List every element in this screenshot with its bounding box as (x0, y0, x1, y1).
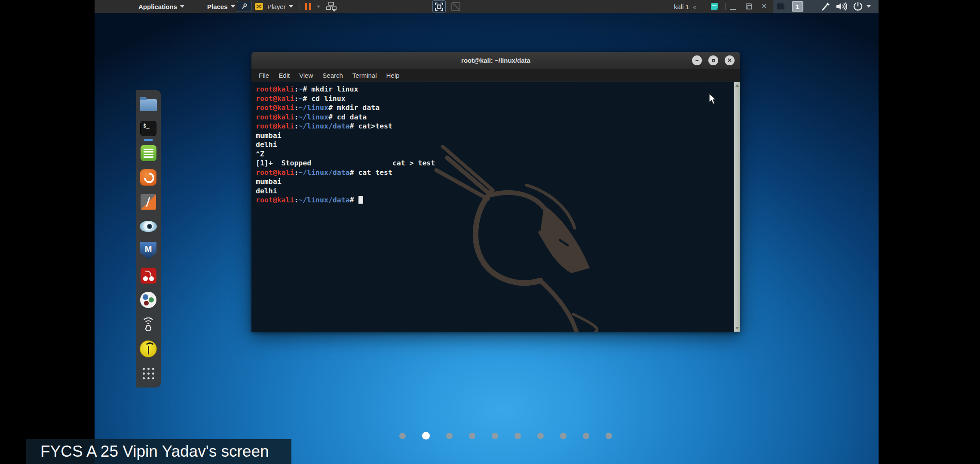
restore-window-button[interactable] (746, 0, 752, 13)
terminal-line: root@kali:~/linux/data# (256, 195, 435, 205)
terminal-window: root@kali: ~/linux/data − ✕ FileEditView… (251, 52, 740, 332)
minimize-icon (730, 9, 736, 10)
menu-edit[interactable]: Edit (274, 72, 294, 79)
dock-item-wireless-scanner[interactable] (140, 316, 157, 333)
app-grid-icon (143, 368, 154, 379)
menu-help[interactable]: Help (382, 72, 404, 79)
pagination-dot-3[interactable] (446, 433, 453, 439)
terminal-icon: $_ (140, 121, 156, 136)
window-close-button[interactable]: ✕ (725, 55, 735, 65)
player-menu[interactable]: Player (267, 0, 293, 13)
burpsuite-icon (141, 194, 156, 210)
terminal-line: root@kali:~/linux# cd data (256, 113, 435, 122)
vm-input-button[interactable] (254, 2, 263, 11)
menu-terminal[interactable]: Terminal (348, 72, 382, 79)
eye-icon (140, 221, 157, 232)
chevron-down-icon (180, 5, 184, 8)
pagination-dot-7[interactable] (537, 433, 544, 439)
text-editor-icon (141, 145, 156, 161)
pagination-dot-1[interactable] (399, 433, 406, 439)
dock-item-terminal[interactable]: $_ (140, 120, 157, 137)
dock-item-firefox[interactable] (140, 169, 157, 186)
notes-button[interactable] (711, 3, 718, 10)
pagination-dot-5[interactable] (492, 433, 498, 439)
pagination-dot-4[interactable] (469, 433, 475, 439)
dock-item-metasploit[interactable]: M (140, 242, 157, 259)
menu-search[interactable]: Search (318, 72, 348, 79)
pagination-dot-10[interactable] (606, 433, 612, 439)
dock-item-cherrytree[interactable] (140, 267, 157, 284)
terminal-menubar: FileEditViewSearchTerminalHelp (251, 69, 740, 82)
pagination-dot-2[interactable] (422, 432, 430, 440)
window-minimize-button[interactable]: − (692, 55, 702, 65)
toolbar-collapse-button[interactable]: « (693, 0, 695, 13)
terminal-line: root@kali:~# cd linux (256, 94, 435, 104)
menu-file[interactable]: File (254, 72, 274, 79)
camera-indicator (777, 4, 784, 10)
show-applications-button[interactable] (140, 365, 157, 382)
workspace-indicator: 1 (792, 1, 803, 12)
dock-item-burpsuite[interactable] (140, 193, 157, 211)
terminal-scrollbar[interactable] (734, 82, 740, 332)
minimize-window-button[interactable] (730, 0, 736, 13)
terminal-line: root@kali:~# mkdir linux (256, 85, 435, 94)
wifite-icon (140, 340, 157, 357)
fullscreen-icon (435, 3, 443, 11)
dock-item-wifite[interactable] (140, 340, 157, 357)
pagination-dot-6[interactable] (514, 433, 521, 439)
fullscreen-button[interactable] (432, 0, 446, 12)
note-icon (711, 3, 718, 10)
chevron-down-icon (317, 6, 320, 8)
terminal-line: mumbai (256, 131, 435, 140)
terminal-line: [1]+ Stopped cat > test (256, 159, 435, 168)
power-menu[interactable] (853, 2, 863, 11)
close-icon: ✕ (761, 0, 767, 13)
metasploit-icon: M (140, 242, 156, 259)
pause-options-button[interactable] (317, 0, 320, 13)
terminal-cursor (358, 196, 363, 204)
maximize-icon (712, 59, 715, 62)
vm-name: kali 1 (674, 0, 689, 13)
places-menu[interactable]: Places (207, 0, 235, 13)
restore-icon (746, 3, 752, 9)
applications-menu[interactable]: Applications (138, 0, 184, 13)
window-maximize-button[interactable] (708, 55, 718, 65)
pin-icon (240, 3, 248, 10)
pause-icon (305, 3, 311, 10)
legion-icon (140, 292, 156, 308)
pagination-dot-9[interactable] (583, 433, 589, 439)
power-icon (853, 2, 863, 11)
accessibility-menu[interactable] (821, 2, 831, 11)
screen: Applications Places Player (0, 0, 980, 464)
camera-icon (777, 4, 784, 9)
dock-item-ettercap[interactable] (140, 218, 157, 235)
displays-button[interactable] (326, 2, 337, 11)
pagination-dot-8[interactable] (560, 433, 567, 439)
file-manager-icon (140, 99, 157, 111)
terminal-titlebar[interactable]: root@kali: ~/linux/data − ✕ (251, 52, 740, 69)
snapshot-disabled-icon (451, 2, 460, 11)
dock-item-file-manager[interactable] (140, 95, 157, 113)
dock-item-legion[interactable] (140, 291, 157, 308)
top-panel: Applications Places Player (95, 0, 879, 13)
separator (300, 3, 300, 10)
chevron-down-icon (289, 5, 293, 8)
close-window-button[interactable]: ✕ (761, 0, 767, 13)
running-indicator (144, 139, 153, 141)
volume-menu[interactable] (836, 2, 847, 11)
menu-view[interactable]: View (294, 72, 318, 79)
pause-vm-button[interactable] (305, 0, 311, 13)
terminal-line: root@kali:~/linux# mkdir data (256, 103, 435, 113)
workspace-switcher[interactable]: 1 (792, 1, 803, 12)
places-label: Places (207, 3, 228, 10)
scroll-up-icon (735, 84, 739, 87)
share-label-text: FYCS A 25 Vipin Yadav's screen (40, 443, 269, 461)
pin-toolbar-button[interactable] (237, 1, 251, 12)
terminal-content[interactable]: root@kali:~# mkdir linuxroot@kali:~# cd … (251, 82, 740, 332)
cherrytree-icon (141, 268, 156, 284)
dock-item-text-editor[interactable] (140, 144, 157, 162)
terminal-line: delhi (256, 140, 435, 150)
displays-icon (326, 2, 337, 12)
panel-dropdown[interactable] (867, 0, 871, 13)
window-title: root@kali: ~/linux/data (251, 52, 740, 69)
